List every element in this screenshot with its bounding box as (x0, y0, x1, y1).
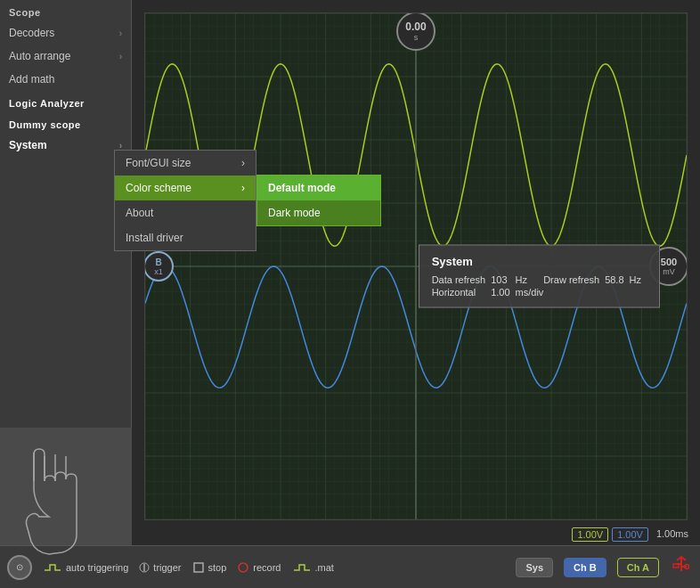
volt-value: 500 (661, 257, 677, 267)
draw-refresh-unit: Hz (630, 274, 647, 286)
draw-refresh-value: 58.8 (605, 274, 629, 286)
stop-indicator: stop (192, 561, 227, 574)
ch-b-label: B (155, 257, 161, 267)
scale-ch-a: 1.00V (572, 527, 608, 542)
chevron-right-icon: › (119, 141, 122, 151)
svg-point-107 (239, 563, 248, 572)
mat-indicator: .mat (292, 561, 334, 574)
dropdown-install-driver[interactable]: Install driver (115, 225, 256, 250)
sidebar-item-auto-arrange[interactable]: Auto arrange › (0, 45, 131, 68)
data-refresh-label: Data refresh (432, 274, 492, 286)
scope-mode-button[interactable]: ⊙ (7, 555, 32, 580)
status-bar: ⊙ auto triggering trigger stop record .m… (0, 545, 700, 588)
trigger-icon (139, 561, 150, 574)
record-icon (237, 561, 249, 574)
horizontal-unit: ms/div (516, 286, 630, 298)
scope-area: 0.00 s 500 mV B x1 System Data refresh 1… (132, 0, 700, 545)
trigger-indicator: trigger (139, 561, 181, 574)
scale-time: 1.00ms (652, 527, 693, 542)
chevron-right-icon: › (119, 29, 122, 38)
volt-unit: mV (663, 267, 675, 276)
horizontal-value: 1.00 (491, 286, 515, 298)
sys-button[interactable]: Sys (516, 558, 553, 577)
data-refresh-unit: Hz (516, 274, 533, 286)
scale-ch-b: 1.00V (612, 527, 648, 542)
sidebar-item-add-math[interactable]: Add math (0, 68, 131, 91)
dropdown-color-scheme[interactable]: Color scheme › (115, 176, 256, 200)
sidebar-section-logic-analyzer: Logic Analyzer (0, 91, 131, 112)
sidebar-section-dummy-scope: Dummy scope (0, 112, 131, 134)
submenu-dark-mode[interactable]: Dark mode (257, 200, 380, 225)
mat-icon (292, 561, 312, 574)
sidebar: Scope Decoders › Auto arrange › Add math… (0, 0, 132, 428)
svg-rect-106 (194, 563, 203, 572)
dropdown-font-gui-size[interactable]: Font/GUI size › (115, 151, 256, 176)
submenu-default-mode[interactable]: Default mode (257, 176, 380, 200)
chevron-right-icon: › (241, 182, 245, 194)
svg-rect-110 (673, 564, 679, 568)
ch-b-sub: x1 (154, 267, 163, 276)
scale-labels: 1.00V 1.00V 1.00ms (572, 527, 693, 542)
dropdown-about[interactable]: About (115, 200, 256, 225)
record-indicator: record (237, 561, 281, 574)
system-dropdown: Font/GUI size › Color scheme › About Ins… (114, 150, 256, 251)
system-info-title: System (432, 255, 647, 268)
color-scheme-submenu: Default mode Dark mode (256, 175, 381, 226)
data-refresh-value: 103 (491, 274, 515, 286)
grid-container: 0.00 s 500 mV B x1 System Data refresh 1… (144, 12, 688, 520)
stop-icon (192, 561, 205, 574)
sidebar-item-system[interactable]: System › (0, 134, 131, 157)
sidebar-item-decoders[interactable]: Decoders › (0, 21, 131, 45)
ch-b-button[interactable]: Ch B (564, 558, 606, 577)
time-circle[interactable]: 0.00 s (396, 12, 435, 51)
auto-trigger-icon (43, 561, 62, 574)
auto-triggering-indicator: auto triggering (43, 561, 128, 574)
ch-b-circle[interactable]: B x1 (144, 251, 174, 282)
sidebar-section-scope: Scope (0, 0, 131, 21)
ch-a-button[interactable]: Ch A (617, 558, 659, 577)
system-info-panel: System Data refresh 103 Hz Draw refresh … (419, 245, 660, 308)
time-value: 0.00 (405, 20, 426, 33)
draw-refresh-label: Draw refresh (543, 274, 605, 286)
time-unit: s (414, 33, 419, 42)
chevron-right-icon: › (241, 157, 245, 169)
usb-icon (670, 555, 693, 579)
chevron-right-icon: › (119, 52, 122, 61)
horizontal-label: Horizontal (432, 286, 492, 298)
